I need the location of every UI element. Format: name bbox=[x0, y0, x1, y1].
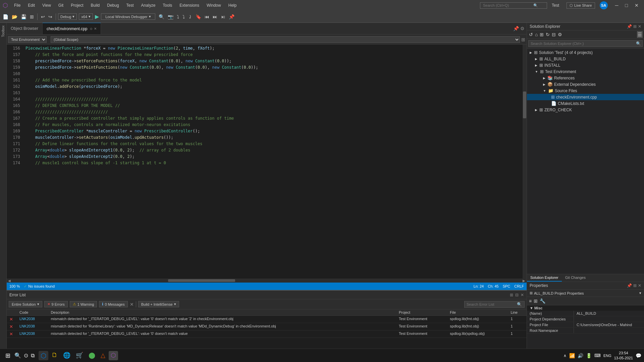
se-solution-tab[interactable]: Solution Explorer bbox=[527, 274, 562, 282]
undo-btn[interactable]: ↩ bbox=[40, 13, 46, 20]
prop-alpha-icon[interactable]: ⊞ bbox=[533, 298, 538, 304]
error-search-box[interactable]: 🔍 bbox=[464, 301, 525, 308]
error-row[interactable]: ✕ LNK2038 mismatch detected for '_ITERAT… bbox=[7, 330, 527, 338]
misc-group[interactable]: ▼ Misc bbox=[527, 305, 644, 311]
menu-project[interactable]: Project bbox=[68, 2, 86, 9]
prop-wrench-icon[interactable]: 🔧 bbox=[539, 298, 546, 304]
source-files-item[interactable]: ▼ 📁 Source Files bbox=[527, 87, 644, 94]
taskbar-edge-icon[interactable]: ⬡ bbox=[39, 351, 48, 360]
debug-step2[interactable]: ⤵ bbox=[181, 13, 186, 20]
tab-pin-icon[interactable]: 📌 bbox=[513, 25, 520, 32]
bookmark-btn[interactable]: 🔖 bbox=[194, 13, 203, 20]
object-browser-tab[interactable]: Object Browser bbox=[7, 23, 43, 34]
battery-icon[interactable]: 🔋 bbox=[586, 353, 592, 358]
taskbar-explorer-icon[interactable]: 🗋 bbox=[50, 351, 60, 360]
vertical-scrollbar[interactable] bbox=[523, 45, 527, 279]
live-share-button[interactable]: ⬡ Live Share bbox=[567, 2, 595, 9]
se-refresh-icon[interactable]: ↻ bbox=[545, 31, 550, 38]
menu-help[interactable]: Help bbox=[226, 2, 239, 9]
proj-deps-value[interactable] bbox=[574, 316, 644, 322]
debug-step3[interactable]: ⤸ bbox=[187, 13, 194, 20]
solution-filter[interactable]: Entire Solution ▾ bbox=[9, 301, 42, 307]
debug-config-selector[interactable]: Debug ▾ bbox=[58, 13, 77, 20]
prop-close-icon[interactable]: ✕ bbox=[638, 283, 641, 288]
tab-settings-icon[interactable]: ⚙ bbox=[520, 25, 525, 32]
error-row[interactable]: ✕ LNK2038 mismatch detected for 'Runtime… bbox=[7, 323, 527, 330]
test-env-item[interactable]: ▼ ⊞ Test Environment bbox=[527, 68, 644, 75]
search-taskbar-btn[interactable]: 🔍 bbox=[13, 351, 22, 360]
se-home-icon[interactable]: ⌂ bbox=[534, 31, 538, 38]
maximize-button[interactable]: □ bbox=[623, 0, 631, 11]
se-close-icon[interactable]: ✕ bbox=[638, 24, 641, 29]
horizontal-scrollbar[interactable]: ◀ ▶ bbox=[7, 279, 527, 283]
error-row[interactable]: ✕ LNK2038 mismatch detected for '_ITERAT… bbox=[7, 316, 527, 323]
start-button[interactable]: ⊞ bbox=[3, 351, 13, 361]
menu-build[interactable]: Build bbox=[88, 2, 103, 9]
keyboard-layout-icon[interactable]: ⌨ bbox=[594, 353, 601, 358]
camera-btn[interactable]: 📷 bbox=[166, 13, 175, 20]
task-widget-btn[interactable]: ⧉ bbox=[30, 351, 36, 360]
menu-debug[interactable]: Debug bbox=[104, 2, 121, 9]
error-search-input[interactable] bbox=[467, 302, 517, 306]
se-sync-icon[interactable]: ↺ bbox=[528, 31, 534, 38]
install-item[interactable]: ▶ ⊞ INSTALL bbox=[527, 62, 644, 68]
menu-extensions[interactable]: Extensions bbox=[177, 2, 202, 9]
root-ns-value[interactable] bbox=[574, 328, 644, 333]
se-filter-icon[interactable]: ☰ bbox=[637, 31, 643, 38]
se-settings-icon[interactable]: ⚙ bbox=[557, 31, 563, 38]
menu-analyze[interactable]: Analyze bbox=[139, 2, 158, 9]
panel-close-btn[interactable]: ✕ bbox=[521, 293, 524, 297]
task-view-btn[interactable]: ⊙ bbox=[22, 351, 30, 360]
menu-git[interactable]: Git bbox=[56, 2, 66, 9]
global-search[interactable]: 🔍 bbox=[480, 2, 547, 9]
taskbar-store-icon[interactable]: 🛒 bbox=[74, 351, 85, 360]
se-pin-icon[interactable]: 📌 bbox=[627, 24, 632, 29]
env-selector[interactable]: Test Environment bbox=[8, 36, 47, 43]
taskbar-vs-icon[interactable]: ⬡ bbox=[109, 351, 118, 360]
ext-deps-item[interactable]: ▶ 📦 External Dependencies bbox=[527, 81, 644, 87]
col-file[interactable]: File bbox=[447, 309, 508, 316]
save-btn[interactable]: 💾 bbox=[19, 13, 28, 20]
clear-filter-icon[interactable]: ✕ bbox=[130, 302, 134, 307]
menu-edit[interactable]: Edit bbox=[25, 2, 38, 9]
code-content[interactable]: PiecewiseLinearFunction *forceX = new Pi… bbox=[23, 45, 523, 279]
messages-button[interactable]: ℹ 0 Messages bbox=[99, 301, 127, 307]
error-code-link[interactable]: LNK2038 bbox=[19, 317, 35, 321]
close-tab-btn[interactable]: ✕ bbox=[94, 27, 97, 31]
menu-window[interactable]: Window bbox=[204, 2, 224, 9]
new-file-btn[interactable]: 📄 bbox=[1, 13, 10, 20]
volume-icon[interactable]: 🔊 bbox=[578, 353, 583, 358]
warnings-button[interactable]: ⚠ 1 Warning bbox=[70, 301, 97, 307]
col-description[interactable]: Description bbox=[48, 309, 396, 316]
references-item[interactable]: ▶ 📚 References bbox=[527, 75, 644, 81]
panel-float-btn[interactable]: ⊞ bbox=[510, 293, 513, 297]
language-indicator[interactable]: ENG bbox=[603, 354, 611, 358]
zero-check-item[interactable]: ▶ ⊞ ZERO_CHECK bbox=[527, 107, 644, 113]
debug-nav1[interactable]: ⏮ bbox=[203, 13, 211, 20]
open-btn[interactable]: 📂 bbox=[10, 13, 19, 20]
se-collapse-icon[interactable]: ⊟ bbox=[551, 31, 556, 38]
redo-btn[interactable]: ↪ bbox=[47, 13, 54, 20]
col-project[interactable]: Project bbox=[396, 309, 447, 316]
menu-tools[interactable]: Tools bbox=[160, 2, 175, 9]
zoom-level[interactable]: 100 % bbox=[9, 284, 20, 288]
check-env-file[interactable]: ⊞ checkEnvironment.cpp bbox=[527, 94, 644, 100]
nav-expand-icon[interactable]: ⊞ bbox=[521, 37, 525, 42]
save-all-btn[interactable]: ⊞ bbox=[29, 13, 35, 20]
minimize-button[interactable]: ─ bbox=[612, 0, 621, 11]
run-debugger-button[interactable]: Local Windows Debugger ▾ bbox=[101, 13, 155, 20]
debug-nav2[interactable]: ⏭ bbox=[211, 13, 219, 20]
scope-selector[interactable]: (Global Scope) bbox=[51, 36, 520, 43]
pin-btn[interactable]: 📌 bbox=[227, 13, 236, 20]
h-scroll-thumb[interactable] bbox=[168, 279, 235, 282]
menu-view[interactable]: View bbox=[40, 2, 54, 9]
scroll-left-icon[interactable]: ◀ bbox=[7, 279, 12, 283]
profile-button[interactable]: SA bbox=[600, 1, 608, 9]
clock[interactable]: 23:54 13-05-2021 bbox=[614, 351, 633, 360]
debug-step1[interactable]: ⤵ bbox=[175, 13, 180, 20]
solution-root-item[interactable]: ▶ ⊞ Solution 'Test' (4 of 4 projects) bbox=[527, 49, 644, 56]
col-code[interactable]: Code bbox=[17, 309, 48, 316]
taskbar-browser-icon[interactable]: 🌐 bbox=[61, 351, 72, 360]
se-show-all-icon[interactable]: ⊞ bbox=[539, 31, 544, 38]
find-btn[interactable]: 🔍 bbox=[157, 13, 166, 20]
